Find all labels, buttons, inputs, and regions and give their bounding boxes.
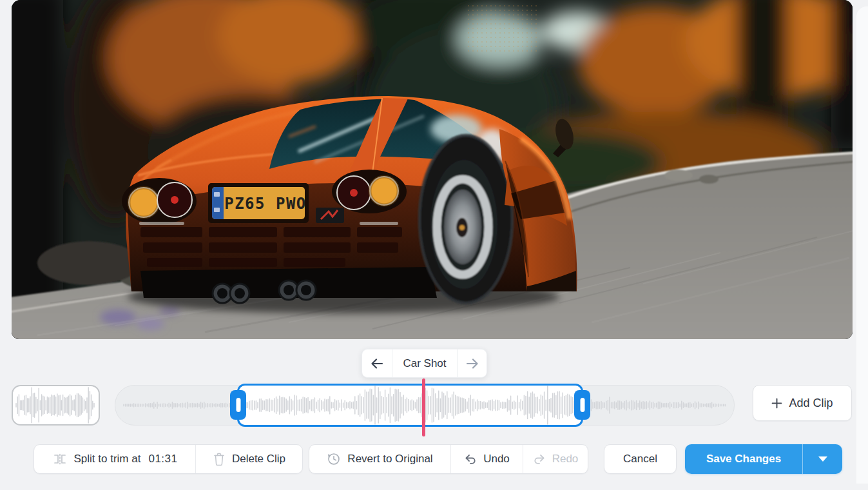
split-icon [52, 452, 68, 466]
trim-handle-left-slot [236, 398, 240, 412]
undo-label: Undo [483, 453, 510, 466]
undo-button[interactable]: Undo [450, 445, 523, 473]
revert-to-original-button[interactable]: Revert to Original [309, 445, 450, 473]
trim-selection[interactable] [237, 384, 583, 427]
playhead[interactable] [422, 378, 425, 436]
split-to-trim-button[interactable]: Split to trim at 01:31 [34, 445, 195, 473]
add-clip-button[interactable]: Add Clip [753, 385, 852, 421]
history-actions-group: Revert to Original Undo Redo [309, 444, 588, 474]
side-panel-edge [856, 6, 868, 484]
video-frame-illustration: PZ65 PWO [12, 0, 853, 339]
next-clip-button[interactable] [457, 349, 487, 377]
history-clock-icon [327, 452, 341, 466]
video-preview: PZ65 PWO [12, 0, 853, 339]
redo-button[interactable]: Redo [523, 445, 588, 473]
split-timecode: 01:31 [148, 453, 177, 466]
save-changes-split-button: Save Changes [685, 444, 842, 474]
clip-thumbnail[interactable] [12, 385, 100, 426]
license-plate-text: PZ65 PWO [224, 195, 307, 213]
trim-handle-right-slot [580, 398, 584, 412]
trim-handle-right[interactable] [574, 390, 590, 420]
edit-actions-group: Split to trim at 01:31 Delete Clip [34, 444, 303, 474]
clip-navigator: Car Shot [362, 349, 487, 378]
plus-icon [771, 398, 782, 409]
clip-name-label: Car Shot [392, 349, 457, 377]
chevron-down-icon [818, 456, 827, 462]
arrow-left-icon [369, 356, 385, 371]
split-label: Split to trim at [74, 453, 141, 466]
trash-icon [213, 452, 226, 466]
previous-clip-button[interactable] [362, 349, 392, 377]
delete-clip-button[interactable]: Delete Clip [195, 445, 302, 473]
save-changes-button[interactable]: Save Changes [685, 444, 802, 474]
thumbnail-waveform [13, 386, 99, 424]
undo-icon [464, 453, 477, 466]
redo-label: Redo [552, 453, 579, 466]
delete-clip-label: Delete Clip [232, 453, 285, 466]
arrow-right-icon [465, 356, 480, 371]
revert-label: Revert to Original [347, 453, 432, 466]
cancel-button[interactable]: Cancel [604, 444, 677, 474]
clip-editor: PZ65 PWO [0, 0, 868, 490]
add-clip-label: Add Clip [789, 397, 833, 410]
trim-handle-left[interactable] [230, 390, 246, 420]
redo-icon [533, 453, 546, 466]
save-options-dropdown[interactable] [802, 444, 842, 474]
